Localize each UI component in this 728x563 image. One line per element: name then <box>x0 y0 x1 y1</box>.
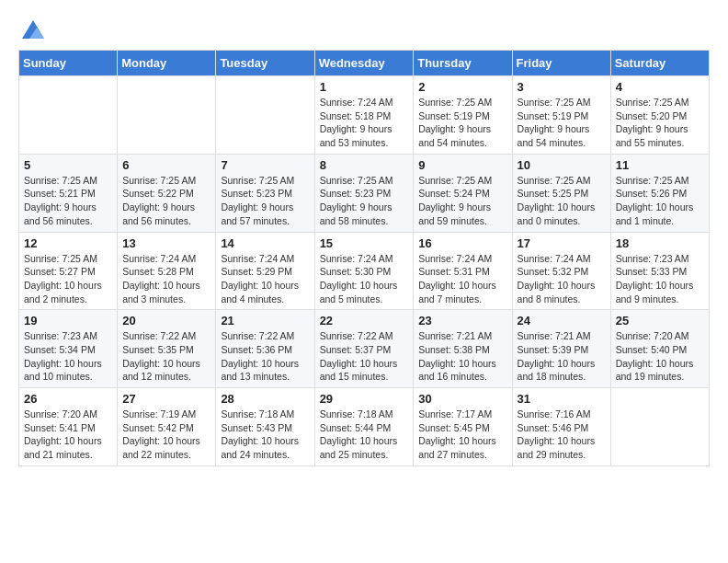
day-number: 27 <box>122 392 210 406</box>
day-info: Sunrise: 7:25 AM Sunset: 5:22 PM Dayligh… <box>122 174 210 228</box>
day-number: 24 <box>518 314 606 327</box>
calendar-cell: 14Sunrise: 7:24 AM Sunset: 5:29 PM Dayli… <box>216 232 314 310</box>
weekday-header-row: SundayMondayTuesdayWednesdayThursdayFrid… <box>19 51 710 76</box>
logo-icon <box>20 18 46 44</box>
day-info: Sunrise: 7:25 AM Sunset: 5:24 PM Dayligh… <box>418 174 506 228</box>
week-row-4: 26Sunrise: 7:20 AM Sunset: 5:41 PM Dayli… <box>19 388 710 466</box>
calendar-cell <box>118 76 216 155</box>
day-info: Sunrise: 7:20 AM Sunset: 5:40 PM Dayligh… <box>616 329 704 384</box>
day-number: 6 <box>122 158 210 172</box>
day-info: Sunrise: 7:17 AM Sunset: 5:45 PM Dayligh… <box>418 408 506 462</box>
day-info: Sunrise: 7:21 AM Sunset: 5:39 PM Dayligh… <box>518 329 606 384</box>
weekday-header-wednesday: Wednesday <box>314 51 414 76</box>
day-number: 1 <box>320 80 409 94</box>
day-number: 13 <box>122 236 210 250</box>
day-number: 30 <box>418 392 506 406</box>
logo <box>18 18 46 40</box>
calendar-cell: 6Sunrise: 7:25 AM Sunset: 5:22 PM Daylig… <box>118 154 216 232</box>
calendar-cell: 30Sunrise: 7:17 AM Sunset: 5:45 PM Dayli… <box>414 388 512 466</box>
calendar-body: 1Sunrise: 7:24 AM Sunset: 5:18 PM Daylig… <box>19 76 710 466</box>
calendar-cell: 7Sunrise: 7:25 AM Sunset: 5:23 PM Daylig… <box>216 154 314 232</box>
calendar-cell: 28Sunrise: 7:18 AM Sunset: 5:43 PM Dayli… <box>216 388 314 466</box>
day-info: Sunrise: 7:25 AM Sunset: 5:19 PM Dayligh… <box>518 96 606 150</box>
day-info: Sunrise: 7:25 AM Sunset: 5:26 PM Dayligh… <box>616 174 704 228</box>
day-info: Sunrise: 7:18 AM Sunset: 5:43 PM Dayligh… <box>221 408 309 462</box>
day-number: 23 <box>418 314 506 327</box>
calendar-cell <box>610 388 709 466</box>
day-number: 16 <box>418 236 506 250</box>
day-number: 14 <box>221 236 309 250</box>
day-info: Sunrise: 7:21 AM Sunset: 5:38 PM Dayligh… <box>418 329 506 384</box>
day-number: 11 <box>616 158 704 172</box>
calendar-cell: 21Sunrise: 7:22 AM Sunset: 5:36 PM Dayli… <box>216 310 314 388</box>
weekday-header-friday: Friday <box>512 51 610 76</box>
day-info: Sunrise: 7:25 AM Sunset: 5:23 PM Dayligh… <box>320 174 409 228</box>
day-number: 18 <box>616 236 704 250</box>
day-number: 22 <box>320 314 409 327</box>
day-number: 25 <box>616 314 704 327</box>
day-info: Sunrise: 7:23 AM Sunset: 5:33 PM Dayligh… <box>616 252 704 306</box>
calendar-header: SundayMondayTuesdayWednesdayThursdayFrid… <box>19 51 710 76</box>
calendar-cell: 20Sunrise: 7:22 AM Sunset: 5:35 PM Dayli… <box>118 310 216 388</box>
day-info: Sunrise: 7:19 AM Sunset: 5:42 PM Dayligh… <box>122 408 210 462</box>
day-number: 4 <box>616 80 704 94</box>
day-number: 2 <box>418 80 506 94</box>
calendar-cell: 8Sunrise: 7:25 AM Sunset: 5:23 PM Daylig… <box>314 154 414 232</box>
day-number: 20 <box>122 314 210 327</box>
day-number: 5 <box>24 158 112 172</box>
day-number: 29 <box>320 392 409 406</box>
day-number: 9 <box>418 158 506 172</box>
header <box>18 18 710 40</box>
day-number: 8 <box>320 158 409 172</box>
day-number: 17 <box>518 236 606 250</box>
week-row-0: 1Sunrise: 7:24 AM Sunset: 5:18 PM Daylig… <box>19 76 710 155</box>
day-number: 3 <box>518 80 606 94</box>
calendar-cell: 18Sunrise: 7:23 AM Sunset: 5:33 PM Dayli… <box>610 232 709 310</box>
day-number: 15 <box>320 236 409 250</box>
calendar-cell: 9Sunrise: 7:25 AM Sunset: 5:24 PM Daylig… <box>414 154 512 232</box>
calendar-cell: 15Sunrise: 7:24 AM Sunset: 5:30 PM Dayli… <box>314 232 414 310</box>
day-number: 19 <box>24 314 112 327</box>
day-info: Sunrise: 7:22 AM Sunset: 5:36 PM Dayligh… <box>221 329 309 384</box>
day-info: Sunrise: 7:24 AM Sunset: 5:18 PM Dayligh… <box>320 96 409 150</box>
day-number: 21 <box>221 314 309 327</box>
calendar-cell: 16Sunrise: 7:24 AM Sunset: 5:31 PM Dayli… <box>414 232 512 310</box>
calendar-cell: 4Sunrise: 7:25 AM Sunset: 5:20 PM Daylig… <box>610 76 709 155</box>
calendar-cell: 17Sunrise: 7:24 AM Sunset: 5:32 PM Dayli… <box>512 232 610 310</box>
day-info: Sunrise: 7:24 AM Sunset: 5:29 PM Dayligh… <box>221 252 309 306</box>
calendar-cell: 31Sunrise: 7:16 AM Sunset: 5:46 PM Dayli… <box>512 388 610 466</box>
weekday-header-monday: Monday <box>118 51 216 76</box>
calendar-cell: 10Sunrise: 7:25 AM Sunset: 5:25 PM Dayli… <box>512 154 610 232</box>
day-info: Sunrise: 7:25 AM Sunset: 5:19 PM Dayligh… <box>418 96 506 150</box>
week-row-2: 12Sunrise: 7:25 AM Sunset: 5:27 PM Dayli… <box>19 232 710 310</box>
weekday-header-tuesday: Tuesday <box>216 51 314 76</box>
day-info: Sunrise: 7:20 AM Sunset: 5:41 PM Dayligh… <box>24 408 112 462</box>
calendar-cell: 24Sunrise: 7:21 AM Sunset: 5:39 PM Dayli… <box>512 310 610 388</box>
day-number: 26 <box>24 392 112 406</box>
day-number: 31 <box>518 392 606 406</box>
day-info: Sunrise: 7:18 AM Sunset: 5:44 PM Dayligh… <box>320 408 409 462</box>
day-info: Sunrise: 7:25 AM Sunset: 5:21 PM Dayligh… <box>24 174 112 228</box>
week-row-1: 5Sunrise: 7:25 AM Sunset: 5:21 PM Daylig… <box>19 154 710 232</box>
weekday-header-sunday: Sunday <box>19 51 118 76</box>
day-number: 12 <box>24 236 112 250</box>
calendar-cell: 5Sunrise: 7:25 AM Sunset: 5:21 PM Daylig… <box>19 154 118 232</box>
calendar-cell: 1Sunrise: 7:24 AM Sunset: 5:18 PM Daylig… <box>314 76 414 155</box>
calendar-cell: 29Sunrise: 7:18 AM Sunset: 5:44 PM Dayli… <box>314 388 414 466</box>
day-number: 10 <box>518 158 606 172</box>
calendar-cell: 2Sunrise: 7:25 AM Sunset: 5:19 PM Daylig… <box>414 76 512 155</box>
day-info: Sunrise: 7:23 AM Sunset: 5:34 PM Dayligh… <box>24 329 112 384</box>
calendar-cell: 3Sunrise: 7:25 AM Sunset: 5:19 PM Daylig… <box>512 76 610 155</box>
calendar-cell: 19Sunrise: 7:23 AM Sunset: 5:34 PM Dayli… <box>19 310 118 388</box>
day-info: Sunrise: 7:22 AM Sunset: 5:35 PM Dayligh… <box>122 329 210 384</box>
day-info: Sunrise: 7:22 AM Sunset: 5:37 PM Dayligh… <box>320 329 409 384</box>
calendar-cell: 12Sunrise: 7:25 AM Sunset: 5:27 PM Dayli… <box>19 232 118 310</box>
calendar-cell: 22Sunrise: 7:22 AM Sunset: 5:37 PM Dayli… <box>314 310 414 388</box>
day-info: Sunrise: 7:16 AM Sunset: 5:46 PM Dayligh… <box>518 408 606 462</box>
weekday-header-thursday: Thursday <box>414 51 512 76</box>
calendar-cell <box>19 76 118 155</box>
calendar-cell: 23Sunrise: 7:21 AM Sunset: 5:38 PM Dayli… <box>414 310 512 388</box>
day-info: Sunrise: 7:25 AM Sunset: 5:25 PM Dayligh… <box>518 174 606 228</box>
calendar-cell: 27Sunrise: 7:19 AM Sunset: 5:42 PM Dayli… <box>118 388 216 466</box>
day-info: Sunrise: 7:24 AM Sunset: 5:28 PM Dayligh… <box>122 252 210 306</box>
